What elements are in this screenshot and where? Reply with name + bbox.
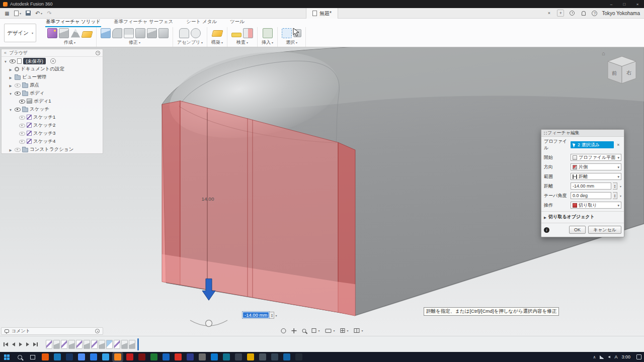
profile-selection-chip[interactable]: 2 選択済み [571, 141, 614, 148]
timeline-feature-extrude-11[interactable] [121, 340, 128, 349]
fillet-icon[interactable] [112, 28, 122, 38]
taper-angle-field[interactable]: 0.0 deg [571, 192, 611, 199]
rotate-handle-icon[interactable] [206, 320, 212, 327]
visibility-eye-icon[interactable] [10, 58, 16, 64]
create-menu[interactable]: 作成 [64, 39, 75, 46]
visibility-eye-icon[interactable] [15, 147, 21, 152]
shell-icon[interactable] [124, 28, 134, 38]
info-icon[interactable]: i [544, 227, 549, 233]
expand-toggle-icon[interactable] [8, 66, 13, 72]
assemble-menu[interactable]: アセンブリ [177, 39, 203, 46]
timeline-feature-extrude-4[interactable] [68, 340, 75, 349]
expand-toggle-icon[interactable] [8, 90, 13, 96]
box-primitive-icon[interactable] [59, 28, 69, 38]
taskbar-app-app-5[interactable] [90, 353, 97, 360]
create-form-icon[interactable] [47, 28, 57, 38]
construct-menu[interactable]: 構築 [211, 39, 223, 46]
account-name[interactable]: Tokyo Yokohama [602, 11, 640, 16]
taskbar-app-app-16[interactable] [223, 353, 230, 360]
visibility-eye-icon[interactable] [15, 107, 21, 112]
timeline-feature-sketch-3[interactable] [61, 340, 67, 349]
step-back-button[interactable] [12, 342, 15, 346]
clear-selection-button[interactable]: × [615, 142, 621, 147]
pan-icon[interactable] [291, 328, 296, 333]
taskbar-app-app-20[interactable] [271, 353, 278, 360]
play-button[interactable] [19, 342, 22, 346]
timeline-feature-extrude-6[interactable] [84, 340, 90, 349]
construction-plane-icon[interactable] [211, 30, 223, 37]
tab-solid[interactable]: 基準フィーチャ ソリッド [45, 18, 101, 27]
browser-item-sketches[interactable]: スケッチ [2, 105, 103, 113]
extent-select[interactable]: 距離 [571, 173, 621, 180]
taskbar-app-app-10[interactable] [150, 353, 157, 360]
press-pull-icon[interactable] [101, 28, 111, 38]
replace-face-icon[interactable] [147, 28, 157, 38]
taskbar-app-app-2[interactable] [54, 353, 61, 360]
skip-to-start-button[interactable] [4, 342, 8, 346]
visibility-eye-icon[interactable] [15, 90, 21, 96]
taskbar-app-app-19[interactable] [259, 353, 266, 360]
dialog-header[interactable]: フィーチャ編集 [541, 130, 624, 137]
taskbar-app-app-12[interactable] [175, 353, 182, 360]
loft-icon[interactable] [70, 28, 80, 38]
taskbar-app-app-3[interactable] [66, 353, 73, 360]
tray-expand-icon[interactable] [593, 354, 596, 359]
visibility-eye-icon[interactable] [19, 139, 25, 144]
comment-pin-icon[interactable] [95, 329, 100, 333]
insert-icon[interactable] [263, 28, 273, 38]
timeline-feature-sketch-7[interactable] [91, 340, 98, 349]
tab-sheet-metal[interactable]: シート メタル [186, 18, 217, 27]
inspect-menu[interactable]: 検査 [236, 39, 248, 46]
network-icon[interactable] [600, 355, 604, 359]
notification-center-icon[interactable] [636, 354, 641, 359]
undo-button[interactable] [34, 9, 43, 17]
search-button[interactable] [13, 352, 26, 362]
taskbar-app-app-13[interactable] [187, 353, 194, 360]
objects-to-cut-section[interactable]: 切り取るオブジェクト [541, 211, 624, 221]
browser-item-bodies[interactable]: ボディ [2, 89, 103, 97]
close-button[interactable]: × [631, 0, 644, 8]
fit-icon[interactable] [311, 328, 319, 333]
taskbar-app-fusion-360[interactable] [114, 353, 121, 360]
timeline-feature-sketch-10[interactable] [114, 340, 120, 349]
browser-item-construction[interactable]: コンストラクション [2, 145, 103, 153]
visibility-eye-icon[interactable] [19, 131, 25, 136]
taskbar-app-app-18[interactable] [247, 353, 254, 360]
taper-dropdown-icon[interactable] [619, 193, 621, 198]
expand-toggle-icon[interactable] [8, 82, 13, 88]
distance-input-spinner[interactable] [270, 312, 274, 319]
browser-item-sketch4[interactable]: スケッチ4 [2, 137, 103, 145]
taskbar-app-app-11[interactable] [163, 353, 170, 360]
timeline-feature-extrude-8[interactable] [99, 340, 105, 349]
visibility-eye-icon[interactable] [15, 82, 21, 88]
direction-select[interactable]: 片側 [571, 163, 621, 170]
minimize-button[interactable]: – [605, 0, 618, 8]
visibility-eye-icon[interactable] [19, 115, 25, 120]
zoom-icon[interactable] [302, 329, 306, 333]
split-body-icon[interactable] [158, 28, 169, 38]
document-tab[interactable]: 無題* [306, 8, 338, 19]
visibility-eye-icon[interactable] [19, 99, 25, 104]
browser-item-sketch2[interactable]: スケッチ2 [2, 121, 103, 129]
browser-pin-icon[interactable] [96, 51, 100, 55]
timeline-position-marker[interactable] [137, 338, 139, 350]
viewport[interactable]: 14.00 ブラウザ (未保存) ドキ [0, 47, 644, 336]
distance-field[interactable]: -14.00 mm [571, 183, 611, 190]
volume-icon[interactable] [608, 355, 610, 358]
ime-indicator[interactable]: A [614, 354, 617, 359]
taskbar-app-app-1[interactable] [42, 353, 49, 360]
task-view-button[interactable] [26, 352, 39, 362]
browser-collapse-icon[interactable] [4, 50, 7, 55]
start-button[interactable] [0, 352, 13, 362]
create-sketch-icon[interactable] [81, 31, 93, 38]
cancel-button[interactable]: キャンセル [588, 226, 621, 234]
select-window-icon[interactable] [282, 28, 292, 38]
section-analysis-icon[interactable] [243, 28, 253, 38]
view-cube[interactable]: 前 右 [604, 53, 640, 89]
distance-dropdown-icon[interactable] [619, 184, 621, 189]
timeline-feature-sketch-1[interactable] [46, 340, 52, 349]
maximize-button[interactable]: □ [618, 0, 631, 8]
select-tool-icon[interactable] [293, 29, 301, 37]
taskbar-app-app-17[interactable] [235, 353, 242, 360]
tab-tools[interactable]: ツール [229, 18, 245, 27]
